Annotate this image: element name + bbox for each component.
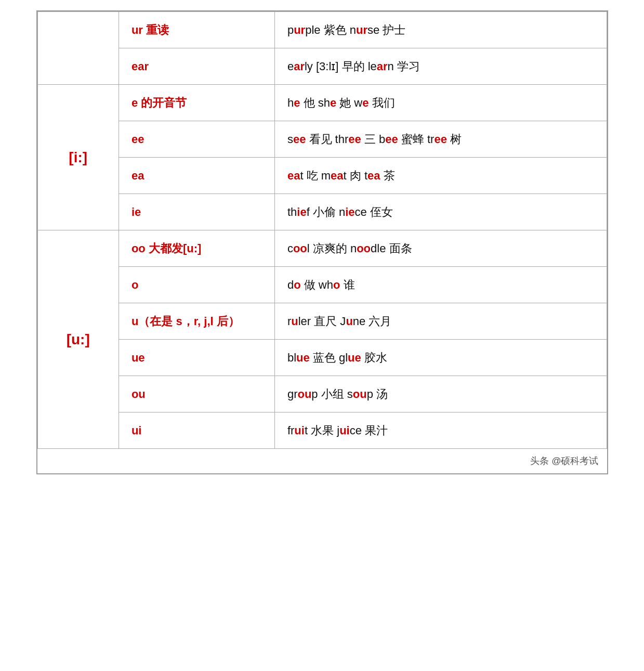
- highlighted-letters: ur: [294, 23, 305, 36]
- plain-text: ce 侄女: [355, 205, 393, 218]
- table-row: [i:]e 的开音节he 他 she 她 we 我们: [37, 85, 607, 121]
- plain-text: h: [287, 96, 294, 109]
- phoneme-cell: [u:]: [37, 230, 119, 449]
- plain-text: 蜜蜂 tr: [398, 133, 435, 146]
- pattern-cell: ear: [119, 48, 274, 85]
- plain-text: gr: [287, 388, 298, 401]
- table-row: eaeat 吃 meat 肉 tea 茶: [37, 158, 607, 194]
- phoneme-cell-empty: [37, 12, 119, 85]
- plain-text: th: [287, 205, 297, 218]
- table-row: eesee 看见 three 三 bee 蜜蜂 tree 树: [37, 121, 607, 158]
- pattern-cell: ie: [119, 194, 274, 230]
- pattern-cell: e 的开音节: [119, 85, 274, 121]
- highlighted-letters: ui: [294, 424, 305, 437]
- highlighted-letters: e: [330, 96, 336, 109]
- plain-text: p 汤: [367, 388, 388, 401]
- plain-text: s: [287, 133, 293, 146]
- examples-cell: blue 蓝色 glue 胶水: [274, 340, 607, 376]
- highlighted-letters: ea: [331, 169, 343, 182]
- highlighted-letters: o: [333, 278, 340, 291]
- plain-text: se 护士: [367, 23, 405, 36]
- table-row: u（在是 s，r, j,l 后）ruler 直尺 June 六月: [37, 303, 607, 340]
- plain-text: 茶: [380, 169, 395, 182]
- plain-text: d: [287, 278, 294, 291]
- plain-text: 树: [447, 133, 462, 146]
- table-row: ueblue 蓝色 glue 胶水: [37, 340, 607, 376]
- examples-cell: ruler 直尺 June 六月: [274, 303, 607, 340]
- table-row: earearly [3:lɪ] 早的 learn 学习: [37, 48, 607, 85]
- pattern-cell: ue: [119, 340, 274, 376]
- pattern-cell: ou: [119, 376, 274, 412]
- examples-cell: cool 凉爽的 noodle 面条: [274, 230, 607, 267]
- table-row: uifruit 水果 juice 果汁: [37, 412, 607, 449]
- plain-text: 胶水: [361, 351, 387, 364]
- plain-text: c: [287, 242, 293, 255]
- highlighted-letters: ie: [345, 205, 354, 218]
- plain-text: ler 直尺 J: [298, 315, 346, 328]
- main-table: ur 重读purple 紫色 nurse 护士earearly [3:lɪ] 早…: [36, 10, 608, 474]
- highlighted-letters: ee: [434, 133, 446, 146]
- plain-text: p: [287, 23, 294, 36]
- pattern-cell: o: [119, 267, 274, 303]
- highlighted-letters: e: [362, 96, 369, 109]
- highlighted-letters: ea: [367, 169, 380, 182]
- pattern-cell: ui: [119, 412, 274, 449]
- plain-text: t 肉 t: [344, 169, 367, 182]
- plain-text: 她 w: [336, 96, 362, 109]
- highlighted-letters: ui: [339, 424, 350, 437]
- highlighted-letters: ea: [287, 169, 300, 182]
- highlighted-letters: ar: [294, 60, 305, 73]
- highlighted-letters: e: [294, 96, 300, 109]
- examples-cell: purple 紫色 nurse 护士: [274, 12, 607, 48]
- plain-text: 三 b: [361, 133, 385, 146]
- plain-text: 他 sh: [300, 96, 330, 109]
- highlighted-letters: ee: [385, 133, 398, 146]
- examples-cell: eat 吃 meat 肉 tea 茶: [274, 158, 607, 194]
- plain-text: 看见 thr: [306, 133, 348, 146]
- plain-text: n 学习: [388, 60, 420, 73]
- table-row: [u:]oo 大都发[u:]cool 凉爽的 noodle 面条: [37, 230, 607, 267]
- highlighted-letters: ar: [377, 60, 388, 73]
- pattern-cell: ea: [119, 158, 274, 194]
- table-row: iethief 小偷 niece 侄女: [37, 194, 607, 230]
- table-row: ur 重读purple 紫色 nurse 护士: [37, 12, 607, 48]
- examples-cell: fruit 水果 juice 果汁: [274, 412, 607, 449]
- highlighted-letters: ue: [348, 351, 361, 364]
- highlighted-letters: o: [294, 278, 300, 291]
- plain-text: e: [287, 60, 294, 73]
- highlighted-letters: ie: [297, 205, 306, 218]
- plain-text: l 凉爽的 n: [307, 242, 357, 255]
- plain-text: 蓝色 gl: [310, 351, 348, 364]
- footer-row: 头条 @硕科考试: [37, 449, 607, 473]
- plain-text: 做 wh: [301, 278, 333, 291]
- highlighted-letters: u: [346, 315, 352, 328]
- plain-text: 我们: [369, 96, 395, 109]
- pattern-cell: u（在是 s，r, j,l 后）: [119, 303, 274, 340]
- plain-text: t 吃 m: [300, 169, 331, 182]
- examples-cell: see 看见 three 三 bee 蜜蜂 tree 树: [274, 121, 607, 158]
- examples-cell: early [3:lɪ] 早的 learn 学习: [274, 48, 607, 85]
- examples-cell: group 小组 soup 汤: [274, 376, 607, 412]
- highlighted-letters: ur: [356, 23, 367, 36]
- plain-text: p 小组 s: [311, 388, 352, 401]
- examples-cell: he 他 she 她 we 我们: [274, 85, 607, 121]
- examples-cell: do 做 who 谁: [274, 267, 607, 303]
- plain-text: ly [3:lɪ] 早的 le: [305, 60, 377, 73]
- pattern-cell: ee: [119, 121, 274, 158]
- highlighted-letters: u: [291, 315, 298, 328]
- plain-text: f 小偷 n: [307, 205, 346, 218]
- highlighted-letters: ee: [348, 133, 361, 146]
- plain-text: ne 六月: [353, 315, 392, 328]
- plain-text: ple 紫色 n: [305, 23, 356, 36]
- highlighted-letters: ee: [293, 133, 306, 146]
- examples-cell: thief 小偷 niece 侄女: [274, 194, 607, 230]
- plain-text: fr: [287, 424, 294, 437]
- table-row: odo 做 who 谁: [37, 267, 607, 303]
- highlighted-letters: oo: [293, 242, 307, 255]
- highlighted-letters: oo: [357, 242, 371, 255]
- plain-text: dle 面条: [371, 242, 412, 255]
- highlighted-letters: ou: [353, 388, 367, 401]
- pattern-cell: ur 重读: [119, 12, 274, 48]
- table-row: ougroup 小组 soup 汤: [37, 376, 607, 412]
- footer-text: 头条 @硕科考试: [37, 449, 607, 473]
